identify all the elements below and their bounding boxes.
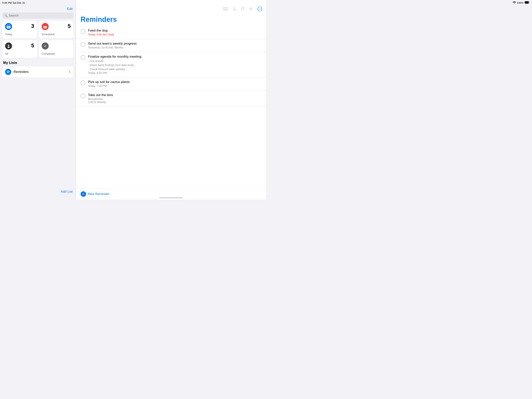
svg-rect-30 (224, 10, 227, 10)
svg-rect-24 (226, 8, 226, 8)
smart-card-today[interactable]: 31 3 Today (2, 21, 37, 38)
reminder-item[interactable]: Feed the dog Today, 9:00 AM, Daily (76, 26, 266, 39)
reminders-list-icon (5, 69, 11, 75)
svg-rect-29 (227, 9, 227, 9)
toolbar-dots: ··· (80, 7, 84, 11)
reminder-notes: - Fun activity- Share latest findings fr… (88, 59, 261, 71)
my-lists-header: My Lists (0, 60, 76, 66)
svg-rect-22 (224, 8, 225, 8)
status-bar: 5:06 PM Sat Dec 31 100% (0, 0, 266, 6)
search-container: 🔍 (0, 12, 76, 21)
all-count: 5 (31, 42, 34, 49)
smart-card-completed[interactable]: Completed (39, 40, 74, 58)
svg-rect-23 (225, 8, 226, 8)
main-toolbar: ··· (76, 6, 266, 14)
edit-button[interactable]: Edit (67, 7, 73, 11)
main-content: ··· (76, 0, 266, 200)
reminder-checkbox[interactable] (81, 29, 85, 34)
reminder-subtitle-gray: Today, 6:00 PM (88, 71, 261, 74)
scheduled-icon: 31 (42, 23, 49, 30)
scheduled-label: Scheduled (42, 33, 71, 36)
reminder-title: Take out the bins (88, 93, 261, 97)
home-indicator (159, 197, 183, 198)
flag-icon[interactable] (241, 7, 245, 12)
smart-card-all[interactable]: 5 All (2, 40, 37, 58)
svg-rect-25 (227, 8, 227, 8)
add-list-button[interactable]: Add List (61, 190, 73, 194)
sidebar-top-bar: Edit (0, 6, 76, 12)
sidebar-bottom: Add List (61, 190, 73, 194)
reminder-content: Send out team's weekly progress Tomorrow… (88, 42, 261, 49)
toolbar-icons (223, 7, 262, 12)
today-icon: 31 (5, 23, 12, 30)
reminders-list: Feed the dog Today, 9:00 AM, Daily Send … (76, 26, 266, 188)
reminder-content: Pick up soil for cactus plants Today, 7:… (88, 80, 261, 87)
completed-label: Completed (42, 52, 71, 55)
svg-rect-26 (224, 9, 225, 9)
svg-rect-28 (226, 9, 226, 9)
reminder-checkbox[interactable] (81, 94, 85, 98)
smart-card-scheduled[interactable]: 31 5 Scheduled (39, 21, 74, 38)
reminder-content: Take out the bins $nocalendar1/4/23, Wee… (88, 93, 261, 104)
reminder-content: Finalize agenda for monthly meeting - Fu… (88, 55, 261, 74)
all-icon (5, 42, 12, 50)
svg-point-17 (44, 45, 47, 48)
search-input[interactable] (9, 14, 71, 17)
reminders-list-count: 5 (69, 70, 71, 74)
new-reminder-icon: + (81, 191, 86, 197)
svg-point-38 (260, 9, 260, 9)
svg-point-16 (8, 46, 10, 48)
list-item-reminders[interactable]: Reminders 5 (2, 66, 73, 77)
today-label: Today (5, 33, 34, 36)
reminder-subtitle-colored: Today, 9:00 AM, Daily (88, 33, 261, 36)
svg-point-15 (8, 45, 9, 46)
page-title: Reminders (76, 14, 266, 26)
svg-line-32 (250, 7, 250, 11)
completed-icon (42, 42, 49, 50)
today-count: 3 (31, 23, 34, 29)
reminder-title: Send out team's weekly progress (88, 42, 261, 45)
svg-line-33 (251, 7, 252, 11)
keyboard-icon[interactable] (223, 7, 228, 12)
all-label: All (5, 52, 34, 55)
search-icon: 🔍 (4, 14, 8, 17)
status-time-date: 5:06 PM Sat Dec 31 (2, 1, 25, 4)
new-reminder-button[interactable]: + New Reminder (81, 191, 109, 197)
new-reminder-label: New Reminder (88, 192, 109, 196)
reminder-subtitle-gray: $nocalendar1/4/23, Weekly (88, 97, 261, 104)
reminder-title: Pick up soil for cactus plants (88, 80, 261, 84)
search-bar[interactable]: 🔍 (2, 13, 73, 19)
svg-point-39 (260, 9, 261, 9)
reminders-list-name: Reminders (14, 70, 67, 74)
smart-lists-grid: 31 3 Today 31 (0, 21, 76, 60)
reminder-title: Feed the dog (88, 29, 261, 32)
svg-rect-27 (225, 9, 225, 9)
reminder-checkbox[interactable] (81, 55, 85, 60)
reminder-item[interactable]: Finalize agenda for monthly meeting - Fu… (76, 52, 266, 77)
toolbar-center-dots: ··· (80, 7, 84, 12)
reminder-content: Feed the dog Today, 9:00 AM, Daily (88, 29, 261, 36)
svg-text:31: 31 (8, 26, 10, 28)
reminder-subtitle-gray: Today, 7:00 PM (88, 84, 261, 87)
svg-text:31: 31 (44, 26, 46, 28)
reminder-subtitle-gray: Tomorrow, 10:00 AM, Weekly (88, 46, 261, 49)
hashtag-icon[interactable] (249, 7, 253, 12)
sidebar: Edit 🔍 31 (0, 0, 76, 200)
reminder-item[interactable]: Pick up soil for cactus plants Today, 7:… (76, 77, 266, 90)
scheduled-count: 5 (68, 23, 71, 29)
reminder-item[interactable]: Take out the bins $nocalendar1/4/23, Wee… (76, 90, 266, 107)
reminder-item[interactable]: Send out team's weekly progress Tomorrow… (76, 39, 266, 52)
svg-point-37 (259, 9, 259, 9)
navigation-icon[interactable] (233, 7, 236, 12)
svg-rect-6 (7, 25, 10, 26)
reminder-checkbox[interactable] (81, 80, 85, 85)
reminder-title: Finalize agenda for monthly meeting (88, 55, 261, 59)
reminder-checkbox[interactable] (81, 42, 85, 47)
more-icon[interactable] (257, 7, 262, 12)
